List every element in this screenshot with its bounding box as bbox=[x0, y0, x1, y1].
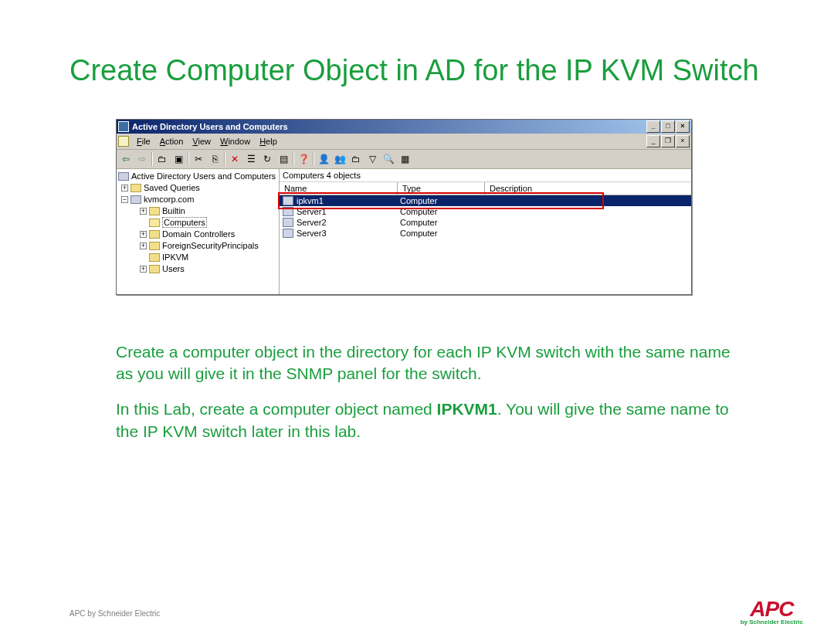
tree-root-label: Active Directory Users and Computers bbox=[131, 171, 276, 181]
tree-ipkvm[interactable]: IPKVM bbox=[117, 252, 279, 263]
menu-action[interactable]: Action bbox=[155, 135, 188, 147]
up-folder-button[interactable]: 🗀 bbox=[154, 151, 170, 167]
export-button[interactable]: ▤ bbox=[276, 151, 291, 167]
col-description[interactable]: Description bbox=[485, 182, 691, 195]
menubar: File Action View Window Help _ ❐ × bbox=[117, 134, 691, 150]
list-row[interactable]: Server3 Computer bbox=[280, 228, 691, 239]
tree-label: kvmcorp.com bbox=[144, 195, 194, 204]
logo-main: APC bbox=[741, 599, 803, 619]
expand-icon[interactable]: + bbox=[140, 231, 147, 238]
mdi-close-button[interactable]: × bbox=[676, 135, 690, 147]
separator bbox=[188, 152, 189, 166]
expand-icon[interactable]: + bbox=[140, 266, 147, 273]
separator bbox=[293, 152, 294, 166]
tree-domain-controllers[interactable]: + Domain Controllers bbox=[117, 229, 279, 240]
list-row[interactable]: ipkvm1 Computer bbox=[280, 195, 691, 206]
menu-file[interactable]: File bbox=[132, 135, 155, 147]
cut-button[interactable]: ✂ bbox=[191, 151, 206, 167]
separator bbox=[151, 152, 153, 166]
close-button[interactable]: × bbox=[676, 120, 690, 133]
computer-icon bbox=[283, 229, 293, 238]
computer-icon bbox=[283, 196, 293, 205]
back-button[interactable]: ⇦ bbox=[118, 151, 134, 167]
tree-domain[interactable]: − kvmcorp.com bbox=[117, 194, 279, 205]
page-title: Create Computer Object in AD for the IP … bbox=[70, 54, 764, 88]
cell-type: Computer bbox=[400, 207, 480, 216]
mdi-control-buttons: _ ❐ × bbox=[646, 135, 690, 147]
paragraph: Create a computer object in the director… bbox=[116, 341, 734, 385]
paragraph: In this Lab, create a computer object na… bbox=[116, 398, 734, 442]
forward-button[interactable]: ⇨ bbox=[134, 151, 150, 167]
spacer bbox=[140, 254, 147, 261]
body-text: Create a computer object in the director… bbox=[116, 341, 734, 442]
computer-icon bbox=[283, 218, 293, 227]
col-name[interactable]: Name bbox=[280, 182, 398, 195]
menu-help[interactable]: Help bbox=[255, 135, 282, 147]
menu-window[interactable]: Window bbox=[215, 135, 255, 147]
new-ou-button[interactable]: 🗀 bbox=[348, 151, 364, 167]
aduc-window: Active Directory Users and Computers _ □… bbox=[116, 119, 692, 295]
folder-open-icon bbox=[149, 219, 160, 227]
list-rows: ipkvm1 Computer Server1 Computer Server2… bbox=[280, 195, 691, 239]
delete-button[interactable]: ✕ bbox=[227, 151, 242, 167]
collapse-icon[interactable]: − bbox=[121, 196, 128, 203]
aduc-icon bbox=[118, 172, 129, 181]
cell-type: Computer bbox=[400, 196, 480, 205]
cell-name: Server1 bbox=[297, 207, 400, 216]
tree-computers[interactable]: Computers bbox=[117, 217, 279, 229]
tree-fsp[interactable]: + ForeignSecurityPrincipals bbox=[117, 240, 279, 252]
tree-saved-queries[interactable]: + Saved Queries bbox=[117, 182, 279, 194]
minimize-button[interactable]: _ bbox=[646, 120, 660, 133]
folder-icon bbox=[149, 230, 160, 239]
tree-root[interactable]: Active Directory Users and Computers bbox=[117, 171, 279, 182]
help-button[interactable]: ❓ bbox=[296, 151, 311, 167]
bold-text: IPKVM1 bbox=[437, 400, 497, 418]
find-button[interactable]: 🔍 bbox=[381, 151, 396, 167]
logo-sub: by Schneider Electric bbox=[741, 619, 803, 625]
show-hide-button[interactable]: ▣ bbox=[171, 151, 186, 167]
folder-icon bbox=[149, 207, 160, 215]
expand-icon[interactable]: + bbox=[140, 242, 147, 249]
apc-logo: APC by Schneider Electric bbox=[741, 599, 803, 625]
tree-label: Domain Controllers bbox=[162, 229, 235, 239]
computer-icon bbox=[283, 207, 293, 216]
cell-type: Computer bbox=[400, 218, 480, 227]
new-user-button[interactable]: 👤 bbox=[316, 151, 331, 167]
window-title: Active Directory Users and Computers bbox=[132, 122, 646, 131]
expand-icon[interactable]: + bbox=[121, 185, 128, 192]
cell-name: Server2 bbox=[297, 218, 400, 227]
tree-pane[interactable]: Active Directory Users and Computers + S… bbox=[117, 169, 280, 294]
list-row[interactable]: Server2 Computer bbox=[280, 217, 691, 228]
properties-button[interactable]: ☰ bbox=[243, 151, 259, 167]
mdi-restore-button[interactable]: ❐ bbox=[661, 135, 675, 147]
tree-builtin[interactable]: + Builtin bbox=[117, 205, 279, 217]
refresh-button[interactable]: ↻ bbox=[259, 151, 275, 167]
menu-view[interactable]: View bbox=[188, 135, 215, 147]
expand-icon[interactable]: + bbox=[140, 208, 147, 215]
footer-text: APC by Schneider Electric bbox=[70, 609, 160, 618]
tree-label: IPKVM bbox=[162, 253, 188, 262]
window-control-buttons: _ □ × bbox=[646, 120, 690, 133]
folder-icon bbox=[131, 184, 141, 192]
list-pane: Computers 4 objects Name Type Descriptio… bbox=[280, 169, 691, 294]
mdi-minimize-button[interactable]: _ bbox=[646, 135, 660, 147]
folder-icon bbox=[149, 253, 160, 262]
text: In this Lab, create a computer object na… bbox=[116, 400, 437, 418]
tree-label-selected: Computers bbox=[162, 217, 207, 228]
copy-button[interactable]: ⎘ bbox=[207, 151, 222, 167]
cell-name: ipkvm1 bbox=[297, 196, 400, 205]
new-group-button[interactable]: 👥 bbox=[332, 151, 348, 167]
filter-button[interactable]: ▽ bbox=[364, 151, 380, 167]
separator bbox=[313, 152, 314, 166]
column-headers: Name Type Description bbox=[280, 182, 691, 195]
tree-users[interactable]: + Users bbox=[117, 263, 279, 275]
cell-name: Server3 bbox=[297, 229, 400, 238]
col-type[interactable]: Type bbox=[398, 182, 485, 195]
client-area: Active Directory Users and Computers + S… bbox=[117, 169, 691, 294]
toolbar: ⇦ ⇨ 🗀 ▣ ✂ ⎘ ✕ ☰ ↻ ▤ ❓ 👤 👥 🗀 ▽ 🔍 ▦ bbox=[117, 150, 691, 169]
list-row[interactable]: Server1 Computer bbox=[280, 206, 691, 217]
add-to-group-button[interactable]: ▦ bbox=[397, 151, 412, 167]
folder-icon bbox=[149, 242, 160, 250]
maximize-button[interactable]: □ bbox=[661, 120, 675, 133]
tree-label: Saved Queries bbox=[144, 183, 200, 192]
